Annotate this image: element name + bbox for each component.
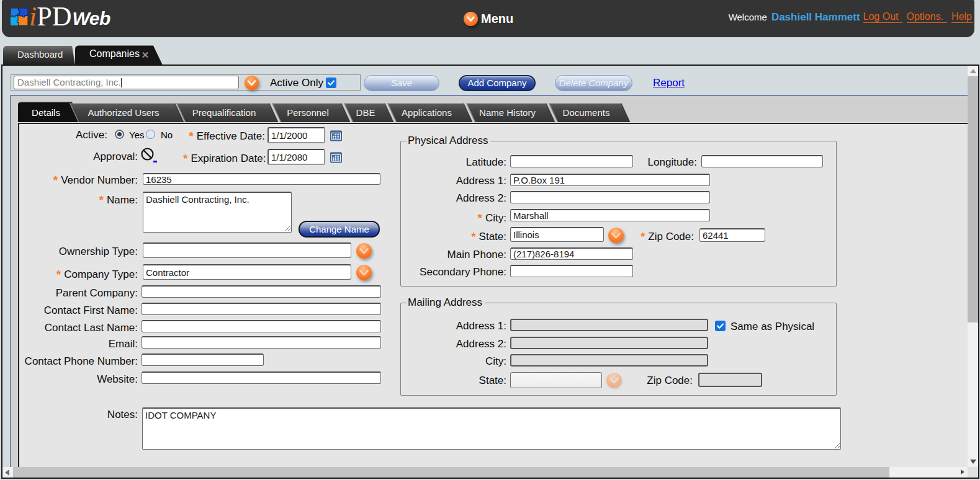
approval-label: Approval:	[0, 151, 138, 163]
phys-city-label: *City:	[382, 211, 506, 224]
effective-date-input[interactable]	[267, 127, 325, 143]
main-phone-label: Main Phone:	[382, 249, 506, 261]
detail-tab-dbe[interactable]: DBE	[356, 103, 375, 122]
menu-button[interactable]: Menu	[464, 0, 513, 37]
same-as-physical-label: Same as Physical	[731, 321, 855, 333]
tab-dashboard[interactable]: Dashboard	[17, 49, 63, 60]
scroll-right-button[interactable]	[957, 467, 968, 478]
phys-zip-input[interactable]	[699, 228, 765, 242]
detail-tab-name-history[interactable]: Name History	[479, 103, 536, 122]
main-phone-input[interactable]	[510, 247, 633, 260]
detail-tab-personnel[interactable]: Personnel	[287, 103, 329, 122]
effective-date-calendar-icon[interactable]	[330, 130, 342, 141]
scroll-up-button[interactable]	[968, 66, 978, 76]
mail-zip-input	[698, 373, 762, 387]
horizontal-scroll-thumb[interactable]	[13, 467, 889, 478]
name-label: *Name:	[0, 193, 138, 207]
mail-state-label: State:	[382, 375, 506, 387]
approval-link[interactable]	[153, 161, 157, 162]
contact-phone-label: Contact Phone Number:	[0, 355, 138, 368]
mail-city-input	[510, 354, 708, 367]
help-link[interactable]: Help	[951, 11, 973, 23]
secondary-phone-label: Secondary Phone:	[382, 266, 506, 278]
delete-company-button[interactable]: Delete Company	[555, 75, 632, 91]
expiration-date-calendar-icon[interactable]	[330, 152, 342, 163]
name-resize-grip[interactable]	[284, 224, 291, 231]
active-only-label: Active Only	[270, 77, 323, 89]
active-only-checkbox[interactable]	[326, 78, 336, 88]
phys-zip-label: *Zip Code:	[570, 229, 694, 243]
required-asterisk: *	[183, 152, 187, 165]
detail-tab-prequalification[interactable]: Prequalification	[192, 103, 256, 122]
detail-tab-authorized-users[interactable]: Authorized Users	[88, 103, 159, 122]
save-button[interactable]: Save	[364, 75, 439, 91]
phys-address1-input[interactable]	[510, 174, 710, 186]
logo-text-pd: PD	[37, 1, 71, 32]
contact-first-name-input[interactable]	[142, 303, 381, 315]
vertical-scroll-thumb[interactable]	[968, 76, 978, 322]
options-link[interactable]: Options.	[907, 11, 948, 23]
company-type-dropdown-icon[interactable]	[356, 265, 372, 280]
mail-city-label: City:	[382, 355, 506, 368]
contact-last-name-input[interactable]	[142, 320, 381, 332]
vendor-number-label: *Vendor Number:	[0, 173, 138, 187]
required-asterisk: *	[189, 130, 193, 143]
report-link[interactable]: Report	[653, 77, 685, 89]
phys-address2-input[interactable]	[510, 191, 710, 203]
no-entry-icon	[141, 148, 154, 161]
notes-label: Notes:	[0, 409, 138, 421]
expiration-date-input[interactable]	[267, 149, 325, 165]
detail-tab-details[interactable]: Details	[32, 103, 60, 122]
ownership-type-dropdown-icon[interactable]	[356, 243, 372, 259]
phys-state-label: *State:	[382, 229, 506, 243]
same-as-physical-checkbox[interactable]	[715, 321, 726, 331]
notes-textarea[interactable]: IDOT COMPANY	[142, 407, 841, 450]
detail-tab-documents[interactable]: Documents	[563, 103, 610, 122]
name-textarea[interactable]: Dashiell Contracting, Inc.	[143, 192, 292, 233]
vendor-number-input[interactable]	[143, 173, 380, 185]
longitude-label: Longitude:	[573, 156, 697, 169]
longitude-input[interactable]	[701, 155, 823, 167]
log-out-link[interactable]: Log Out	[863, 11, 902, 23]
menu-label[interactable]: Menu	[481, 12, 513, 26]
effective-date-label: *Effective Date:	[183, 129, 265, 143]
company-type-label: *Company Type:	[0, 267, 138, 281]
active-yes-radio[interactable]	[115, 130, 124, 139]
contact-phone-input[interactable]	[142, 353, 264, 366]
contact-first-name-label: Contact First Name:	[0, 304, 138, 317]
tab-companies[interactable]: Companies	[89, 48, 140, 60]
email-input[interactable]	[142, 336, 381, 349]
app-logo: iPDWeb	[29, 0, 110, 37]
change-name-button[interactable]: Change Name	[299, 221, 380, 238]
mail-address1-input	[510, 319, 708, 331]
scroll-down-button[interactable]	[968, 456, 978, 467]
search-input[interactable]: Dashiell Contracting, Inc.	[14, 76, 239, 89]
phys-city-input[interactable]	[510, 209, 710, 221]
app-header: iPDWeb Menu Welcome Dashiell Hammett Log…	[2, 0, 974, 37]
menu-chevron-icon[interactable]	[464, 12, 478, 26]
expiration-date-label: *Expiration Date:	[183, 151, 265, 165]
active-no-radio[interactable]	[146, 130, 155, 139]
website-label: Website:	[0, 373, 138, 386]
phys-address1-label: Address 1:	[382, 175, 506, 187]
vertical-scrollbar[interactable]	[968, 66, 978, 467]
tab-close-icon[interactable]: ✕	[140, 50, 151, 61]
search-dropdown-icon[interactable]	[245, 76, 259, 90]
detail-tab-applications[interactable]: Applications	[402, 103, 452, 122]
parent-company-input[interactable]	[142, 285, 381, 298]
latitude-label: Latitude:	[382, 156, 506, 169]
horizontal-scrollbar[interactable]	[2, 467, 968, 478]
user-name: Dashiell Hammett	[771, 11, 860, 24]
logo-text-i: i	[29, 1, 37, 32]
phys-address2-label: Address 2:	[382, 192, 506, 205]
mail-zip-label: Zip Code:	[569, 375, 693, 387]
ownership-type-input[interactable]	[143, 242, 351, 258]
notes-resize-grip[interactable]	[834, 442, 840, 449]
company-type-input[interactable]	[143, 264, 351, 280]
secondary-phone-input[interactable]	[510, 265, 633, 277]
active-no-label: No	[161, 130, 173, 140]
add-company-button[interactable]: Add Company	[459, 75, 536, 91]
website-input[interactable]	[142, 371, 381, 384]
scroll-left-button[interactable]	[2, 467, 13, 478]
text-caret	[121, 78, 122, 87]
